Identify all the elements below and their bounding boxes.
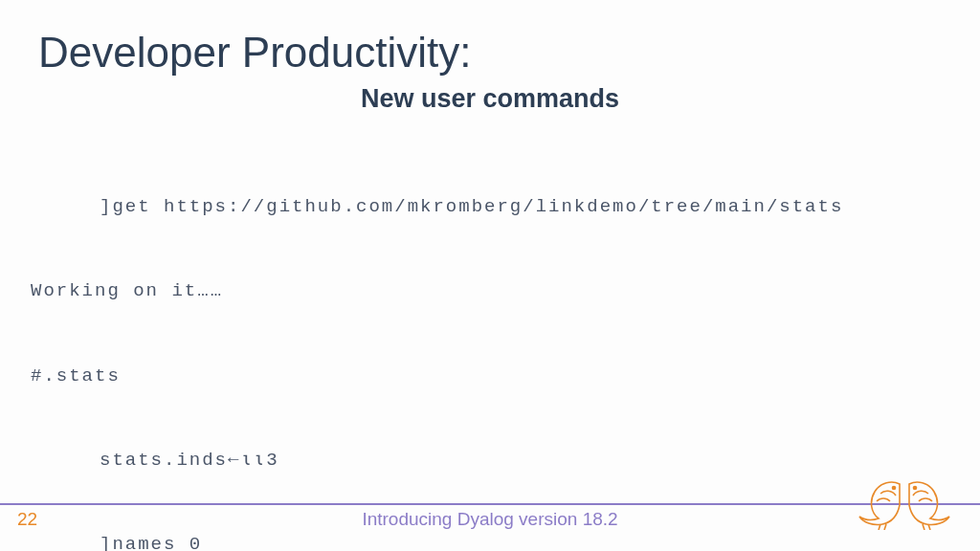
slide-subtitle: New user commands [38, 84, 942, 114]
footer-title: Introducing Dyalog version 18.2 [0, 509, 980, 530]
code-line: Working on it…… [31, 277, 942, 305]
svg-point-1 [914, 487, 917, 490]
footer: 22 Introducing Dyalog version 18.2 [0, 505, 980, 534]
code-block: ]get https://github.com/mkromberg/linkde… [31, 137, 942, 551]
slide: Developer Productivity: New user command… [0, 0, 980, 551]
code-line: ]get https://github.com/mkromberg/linkde… [31, 193, 942, 221]
code-line: stats.inds←⍳⍳3 [31, 447, 942, 474]
svg-point-0 [893, 487, 896, 490]
code-line: ]names 0 [31, 531, 942, 551]
dyalog-logo-icon [852, 473, 957, 530]
slide-title: Developer Productivity: [38, 29, 942, 77]
code-line: #.stats [31, 363, 942, 390]
